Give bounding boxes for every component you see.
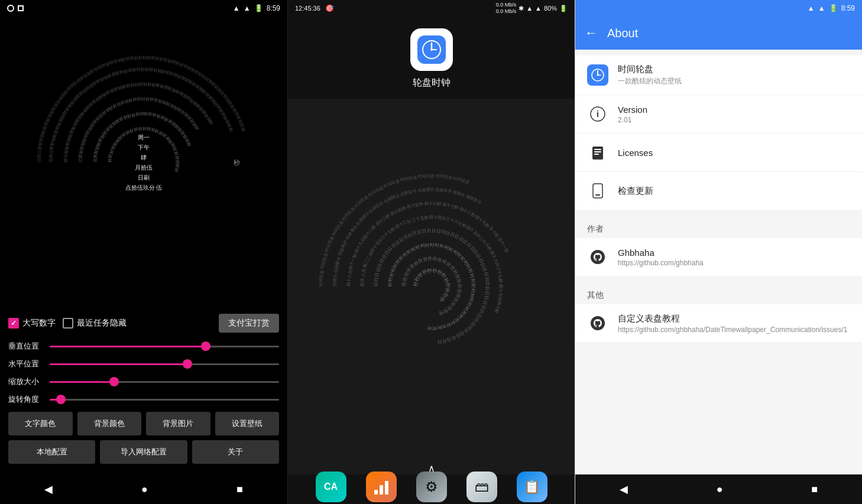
rotation-slider[interactable] xyxy=(50,399,279,401)
recent-hide-checkbox-box[interactable] xyxy=(63,318,73,329)
scale-slider[interactable] xyxy=(50,381,279,383)
check-mark: ✓ xyxy=(11,319,17,327)
recent-hide-checkbox[interactable]: 最近任务隐藏 xyxy=(63,318,127,329)
svg-rect-28 xyxy=(594,149,601,150)
checkbox-row: ✓ 大写数字 最近任务隐藏 支付宝打赏 xyxy=(8,314,279,333)
local-config-button[interactable]: 本地配置 xyxy=(8,440,95,464)
svg-rect-27 xyxy=(592,147,603,160)
github-icon-2 xyxy=(589,315,606,331)
nav-back-p3[interactable]: ◀ xyxy=(620,483,628,496)
horizontal-slider[interactable] xyxy=(50,363,279,365)
app-name-p2: 轮盘时钟 xyxy=(413,77,451,89)
bg-image-button[interactable]: 背景图片 xyxy=(146,412,210,435)
app-icon-inner xyxy=(417,35,446,64)
author-text: Ghbhaha https://github.com/ghbhaha xyxy=(618,248,850,267)
author-name: Ghbhaha xyxy=(618,248,850,258)
github-icon xyxy=(589,249,606,265)
text-color-button[interactable]: 文字颜色 xyxy=(8,412,73,435)
app-icon xyxy=(410,28,453,71)
nav-back-icon[interactable]: ◀ xyxy=(44,483,53,496)
speed-info: 0.0 Mb/s 0.0 Mb/s xyxy=(496,2,517,15)
book-icon xyxy=(589,144,606,161)
set-wallpaper-button[interactable]: 设置壁纸 xyxy=(215,412,280,435)
nav-bar-p1: ◀ ● ■ xyxy=(0,474,287,504)
status-bar-p3: ▲ ▲ 🔋 8:59 xyxy=(575,0,862,17)
time-p1: 8:59 xyxy=(267,4,280,12)
vertical-thumb[interactable] xyxy=(201,342,210,351)
version-item[interactable]: i Version 2.01 xyxy=(575,95,862,134)
author-card: Ghbhaha https://github.com/ghbhaha xyxy=(575,238,862,276)
licenses-item[interactable]: Licenses xyxy=(575,134,862,172)
status-bar-p2: 12:45:36 🎯 0.0 Mb/s 0.0 Mb/s ✱ ▲ ▲ 80% 🔋 xyxy=(288,0,575,17)
main-spiral-svg: 秒秒秒秒秒秒秒秒秒秒秒秒秒 分分分分分分分分分分分分分分分分分分分分分分分分分 … xyxy=(313,168,550,405)
svg-text:分分分分分分分分分分分分分分分分分分分分分分分分分: 分分分分分分分分分分分分分分分分分分分分分分分分分 xyxy=(400,256,462,316)
dock-icons: CA ⚙ 🗃 📋 xyxy=(288,474,575,504)
svg-point-33 xyxy=(591,250,605,264)
version-value: 2.01 xyxy=(618,116,850,124)
hour-label: 肆 xyxy=(125,152,163,162)
panel-settings: ▲ ▲ 🔋 8:59 财财财财财财财财财财财财财财财财财财财财财财财财财财财 伍… xyxy=(0,0,287,504)
svg-rect-18 xyxy=(374,490,378,495)
check-update-item[interactable]: 检查更新 xyxy=(575,172,862,210)
status-square-icon xyxy=(18,5,24,11)
uppercase-checkbox[interactable]: ✓ 大写数字 xyxy=(8,318,56,329)
dock-app-artstudio[interactable] xyxy=(366,472,397,502)
about-button[interactable]: 关于 xyxy=(192,440,279,464)
panel-about: ▲ ▲ 🔋 8:59 ← About 时间轮盘 xyxy=(575,0,862,504)
vertical-slider[interactable] xyxy=(50,346,279,347)
version-icon: i xyxy=(587,103,608,125)
github-icon-author xyxy=(587,246,608,268)
app-info-text: 时间轮盘 一款酷炫的动态壁纸 xyxy=(618,64,850,86)
about-content: 时间轮盘 一款酷炫的动态壁纸 i Version 2.01 xyxy=(575,50,862,474)
vertical-position-row: 垂直位置 xyxy=(8,341,279,352)
wifi-icon-p2: ▲ xyxy=(526,5,533,12)
clock-icon xyxy=(421,39,442,60)
dock-app-blue[interactable]: 📋 xyxy=(517,472,547,502)
scale-label: 缩放大小 xyxy=(8,376,44,387)
wifi-icon: ▲ xyxy=(233,4,240,12)
tutorial-item[interactable]: 自定义表盘教程 https://github.com/ghbhaha/DateT… xyxy=(575,304,862,342)
svg-point-9 xyxy=(430,48,433,51)
nav-home-p3[interactable]: ● xyxy=(717,483,723,496)
github-icon-other xyxy=(587,313,608,334)
month-day-label: 月拾伍 xyxy=(125,162,163,173)
nav-recents-icon[interactable]: ■ xyxy=(236,483,243,496)
uppercase-label: 大写数字 xyxy=(22,318,56,329)
nav-bar-p3: ◀ ● ■ xyxy=(575,474,862,504)
bg-color-button[interactable]: 背景颜色 xyxy=(77,412,142,435)
dock-app-db[interactable]: 🗃 xyxy=(466,472,497,502)
check-update-text: 检查更新 xyxy=(618,186,850,197)
tutorial-text: 自定义表盘教程 https://github.com/ghbhaha/DateT… xyxy=(618,313,850,334)
dock-app-gear[interactable]: ⚙ xyxy=(416,472,447,502)
rotation-thumb[interactable] xyxy=(56,395,66,404)
clock-center-text: 周一 下午 肆 月拾伍 日刷 点拾伍玖分 伍 xyxy=(125,132,163,193)
alipay-button[interactable]: 支付宝打赏 xyxy=(219,314,279,333)
horizontal-thumb[interactable] xyxy=(183,359,192,369)
bottom-bar-p2: ∧ CA ⚙ 🗃 📋 xyxy=(288,474,575,504)
panel-clock: 12:45:36 🎯 0.0 Mb/s 0.0 Mb/s ✱ ▲ ▲ 80% 🔋 xyxy=(287,0,575,504)
nav-recents-p3[interactable]: ■ xyxy=(811,483,818,496)
signal-p3: ▲ xyxy=(818,4,825,12)
nav-home-icon[interactable]: ● xyxy=(141,483,148,496)
scale-thumb[interactable] xyxy=(109,377,119,386)
svg-text:秒秒秒秒秒秒秒秒秒秒秒秒秒: 秒秒秒秒秒秒秒秒秒秒秒秒秒 xyxy=(412,268,450,303)
other-section-header: 其他 xyxy=(575,283,862,304)
horizontal-label: 水平位置 xyxy=(8,359,44,369)
day-label: 日刷 xyxy=(125,173,163,183)
uppercase-checkbox-box[interactable]: ✓ xyxy=(8,318,19,329)
about-header: ← About xyxy=(575,17,862,50)
status-left: 12:45:36 🎯 xyxy=(295,4,334,12)
battery-p2: 80% xyxy=(544,5,557,12)
bt-icon: ✱ xyxy=(519,5,524,12)
app-title-text: 时间轮盘 xyxy=(618,64,850,75)
vertical-fill xyxy=(50,346,206,347)
dock-app-ca[interactable]: CA xyxy=(316,472,346,502)
svg-rect-29 xyxy=(594,151,601,152)
scale-fill xyxy=(50,381,114,383)
back-button[interactable]: ← xyxy=(585,25,598,41)
author-item[interactable]: Ghbhaha https://github.com/ghbhaha xyxy=(575,238,862,276)
import-config-button[interactable]: 导入网络配置 xyxy=(100,440,187,464)
licenses-label: Licenses xyxy=(618,148,850,158)
artstudio-icon xyxy=(372,478,390,496)
status-record-icon xyxy=(7,5,14,12)
